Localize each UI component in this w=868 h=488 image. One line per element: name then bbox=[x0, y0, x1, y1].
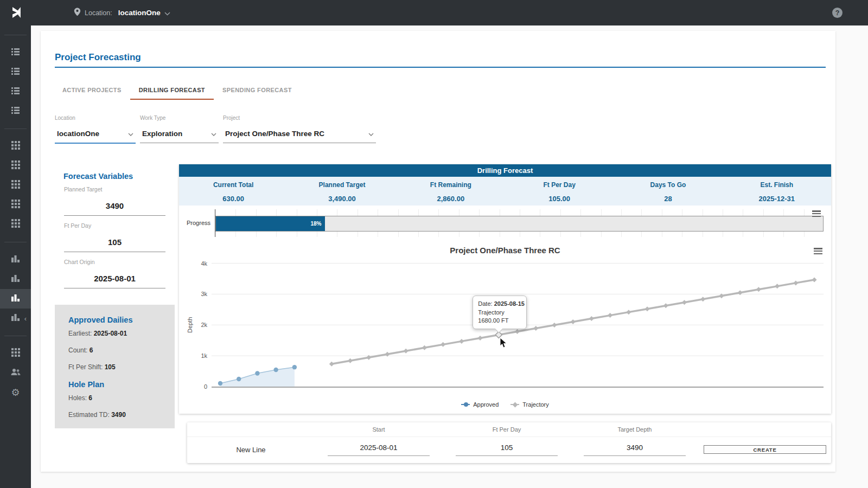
location-selector[interactable]: Location: locationOne bbox=[74, 0, 170, 25]
filter-label: Work Type bbox=[140, 115, 219, 121]
bar-chart-icon bbox=[11, 313, 20, 324]
list-icon bbox=[11, 47, 20, 59]
tab-active-projects[interactable]: ACTIVE PROJECTS bbox=[54, 80, 130, 100]
filter-work-type[interactable]: Work TypeExploration bbox=[140, 115, 219, 149]
variable-label: Chart Origin bbox=[64, 259, 165, 265]
sidebar-item-1-3[interactable] bbox=[0, 195, 31, 215]
new-line-input[interactable]: 3490 bbox=[584, 444, 686, 456]
sidebar-item-1-4[interactable] bbox=[0, 215, 31, 234]
stat-value: 2025-12-31 bbox=[723, 195, 831, 203]
legend-label: Trajectory bbox=[522, 401, 549, 408]
collapse-chevron-icon[interactable]: ‹ bbox=[24, 314, 27, 323]
sidebar-divider bbox=[4, 336, 27, 336]
location-value: locationOne bbox=[118, 9, 161, 17]
variable-field-chart-origin[interactable]: Chart Origin2025-08-01 bbox=[64, 259, 165, 288]
variable-input[interactable]: 105 bbox=[64, 237, 165, 252]
create-button[interactable]: CREATE bbox=[704, 445, 826, 454]
sidebar-item-2-2[interactable] bbox=[0, 289, 31, 309]
progress-fill: 18% bbox=[216, 216, 325, 231]
variable-label: Ft Per Day bbox=[64, 222, 165, 229]
trajectory-marker bbox=[682, 300, 687, 305]
stat-label: Est. Finish bbox=[723, 181, 831, 189]
stat-label: Ft Remaining bbox=[397, 181, 505, 189]
sidebar-item-2-0[interactable] bbox=[0, 250, 31, 269]
stat-label: Current Total bbox=[179, 181, 288, 189]
approved-marker bbox=[218, 381, 222, 386]
sidebar-item-0-2[interactable] bbox=[0, 82, 31, 101]
trajectory-marker bbox=[700, 297, 705, 301]
help-icon[interactable]: ? bbox=[832, 8, 843, 18]
sidebar-item-0-1[interactable] bbox=[0, 62, 31, 82]
summary-section-title: Approved Dailies bbox=[68, 316, 161, 324]
stat-est--finish: Est. Finish2025-12-31 bbox=[723, 177, 831, 206]
sidebar-item-0-3[interactable] bbox=[0, 101, 31, 121]
bar-chart-icon bbox=[11, 254, 20, 266]
sidebar-divider bbox=[4, 242, 27, 242]
bar-chart-icon bbox=[11, 293, 20, 305]
new-line-header-start: Start bbox=[315, 426, 443, 433]
stat-ft-per-day: Ft Per Day105.00 bbox=[505, 177, 614, 206]
bar-chart-icon bbox=[11, 274, 20, 285]
grid-icon bbox=[11, 141, 20, 152]
filter-location[interactable]: LocationlocationOne bbox=[55, 115, 136, 149]
variable-field-ft-per-day[interactable]: Ft Per Day105 bbox=[64, 222, 165, 252]
mouse-cursor bbox=[500, 337, 507, 348]
trajectory-marker bbox=[515, 329, 520, 334]
stat-ft-remaining: Ft Remaining2,860.00 bbox=[397, 177, 505, 206]
sidebar-item-3-1[interactable] bbox=[0, 363, 31, 383]
title-divider bbox=[55, 67, 826, 68]
chart-tooltip: Date: 2025-08-15 Trajectory 1680.00 FT bbox=[473, 296, 527, 329]
new-line-field-ft-per-day: 105 bbox=[443, 444, 571, 456]
tab-drilling-forecast[interactable]: DRILLING FORECAST bbox=[130, 80, 214, 100]
y-tick-label: 1k bbox=[201, 352, 207, 359]
grid-icon bbox=[11, 219, 20, 230]
variable-field-planned-target[interactable]: Planned Target3490 bbox=[64, 186, 165, 216]
progress-chart-menu-icon[interactable] bbox=[812, 210, 821, 217]
tab-spending-forecast[interactable]: SPENDING FORECAST bbox=[214, 80, 301, 100]
new-line-label: New Line bbox=[187, 446, 315, 454]
sidebar-item-0-0[interactable] bbox=[0, 43, 31, 62]
approved-area bbox=[220, 367, 295, 387]
y-axis-title: Depth bbox=[187, 317, 193, 333]
trajectory-marker bbox=[738, 290, 743, 295]
legend-item-approved[interactable]: Approved bbox=[461, 401, 499, 408]
variable-label: Planned Target bbox=[64, 186, 165, 192]
location-pin-icon bbox=[74, 8, 81, 18]
sidebar-item-1-0[interactable] bbox=[0, 137, 31, 156]
list-icon bbox=[11, 106, 20, 117]
new-line-input[interactable]: 2025-08-01 bbox=[328, 444, 430, 456]
list-icon bbox=[11, 67, 20, 78]
legend-circle-icon bbox=[464, 402, 468, 407]
sidebar: ‹⚙ bbox=[0, 0, 31, 488]
variable-input[interactable]: 3490 bbox=[64, 201, 165, 216]
variable-input[interactable]: 2025-08-01 bbox=[64, 274, 165, 288]
app-logo-icon[interactable] bbox=[10, 6, 22, 21]
sidebar-item-3-0[interactable] bbox=[0, 344, 31, 363]
drilling-forecast-header: Drilling Forecast bbox=[179, 164, 831, 177]
stat-value: 105.00 bbox=[505, 195, 614, 203]
topbar: Location: locationOne ? bbox=[0, 0, 868, 25]
tooltip-date: 2025-08-15 bbox=[494, 300, 525, 307]
progress-track: 18% bbox=[215, 216, 824, 232]
trajectory-marker bbox=[626, 310, 631, 314]
legend-marker-diamond bbox=[510, 404, 519, 405]
sidebar-item-3-2[interactable]: ⚙ bbox=[0, 383, 31, 402]
filter-project[interactable]: ProjectProject One/Phase Three RC bbox=[223, 115, 376, 149]
y-tick-label: 2k bbox=[201, 322, 207, 328]
sidebar-item-2-3[interactable]: ‹ bbox=[0, 309, 31, 328]
legend-diamond-icon bbox=[513, 402, 518, 407]
sidebar-item-1-1[interactable] bbox=[0, 156, 31, 176]
new-line-input[interactable]: 105 bbox=[456, 444, 558, 456]
trajectory-marker bbox=[756, 287, 761, 292]
y-tick-label: 4k bbox=[201, 260, 207, 267]
filter-value-row: Project One/Phase Three RC bbox=[223, 129, 376, 143]
progress-bar-plot: 18% bbox=[215, 209, 824, 237]
sidebar-item-2-1[interactable] bbox=[0, 269, 31, 289]
stat-value: 3,490.00 bbox=[288, 195, 396, 203]
legend-item-trajectory[interactable]: Trajectory bbox=[510, 401, 549, 408]
approved-marker bbox=[237, 377, 241, 381]
sidebar-item-1-2[interactable] bbox=[0, 176, 31, 195]
trajectory-marker bbox=[404, 349, 409, 354]
new-line-header-target-depth: Target Depth bbox=[571, 426, 699, 433]
stat-current-total: Current Total630.00 bbox=[179, 177, 288, 206]
